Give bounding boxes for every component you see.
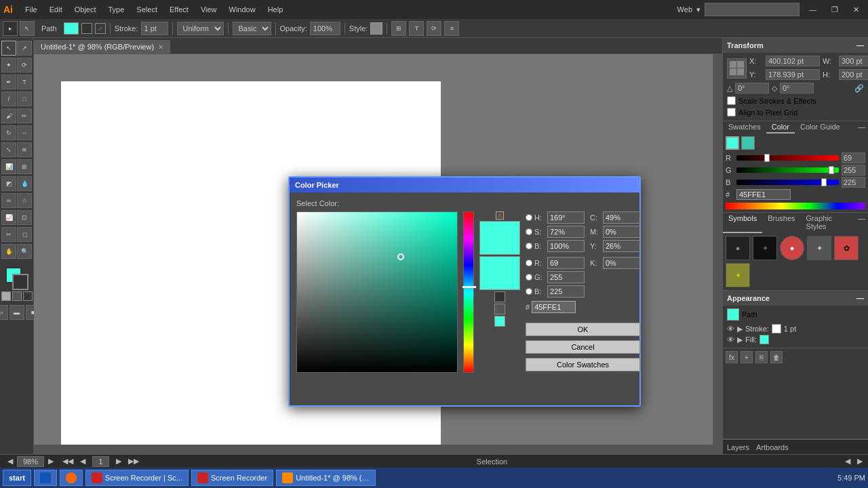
w-input[interactable] — [839, 56, 868, 66]
menu-select[interactable]: Select — [131, 4, 163, 15]
rotate-tool[interactable]: ↻ — [1, 125, 16, 140]
layers-label[interactable]: Layers — [727, 443, 749, 451]
firefox-button[interactable] — [60, 470, 83, 486]
symbol-tool[interactable]: ☆ — [17, 193, 32, 208]
symbol-thumb-6[interactable]: ✦ — [726, 263, 750, 287]
magic-wand-tool[interactable]: ✦ — [1, 58, 16, 73]
arrange-button[interactable]: ⟳ — [427, 21, 441, 36]
symbols-tab[interactable]: Symbols — [723, 213, 762, 233]
symbols-panel-options[interactable]: — — [855, 213, 868, 233]
menu-view[interactable]: View — [195, 4, 222, 15]
cancel-button[interactable]: Cancel — [526, 340, 640, 354]
restore-button[interactable]: ❐ — [826, 4, 844, 16]
h-input[interactable] — [839, 69, 868, 80]
duplicate-button[interactable]: ⎘ — [755, 351, 768, 363]
align-pixel-checkbox[interactable] — [727, 108, 736, 117]
slice-tool[interactable]: ✂ — [1, 227, 16, 242]
symbol-thumb-5[interactable]: ✿ — [834, 236, 859, 260]
zoom-tool[interactable]: 🔍 — [17, 244, 32, 259]
hsb-s-radio[interactable] — [526, 228, 532, 235]
playback-prev[interactable]: ◀ — [845, 457, 850, 466]
b-slider-input[interactable] — [842, 177, 865, 188]
y-input[interactable] — [766, 69, 820, 80]
stroke-color-box[interactable] — [81, 23, 92, 34]
tool-select[interactable]: ▸ — [3, 21, 18, 36]
web-safe-icon[interactable] — [494, 291, 505, 302]
close-button[interactable]: ✕ — [848, 4, 865, 16]
scale-strokes-checkbox[interactable] — [727, 96, 736, 105]
symbol-thumb-2[interactable]: ✦ — [753, 236, 777, 260]
hex-input[interactable] — [532, 301, 576, 313]
none-mode-icon[interactable]: ⟋ — [23, 291, 33, 301]
stroke-indicator[interactable] — [12, 274, 28, 290]
g-input[interactable] — [547, 271, 585, 283]
reflect-tool[interactable]: ↔ — [17, 125, 32, 140]
options-button[interactable]: ≡ — [444, 21, 459, 36]
tab-close-button[interactable]: ✕ — [158, 43, 163, 51]
menu-effect[interactable]: Effect — [164, 4, 194, 15]
start-button[interactable]: start — [3, 470, 31, 486]
rgb-b-radio[interactable] — [526, 288, 532, 295]
normal-mode-icon[interactable] — [1, 291, 11, 301]
symbol-thumb-3[interactable]: ● — [780, 236, 804, 260]
s-input[interactable] — [547, 226, 585, 238]
stroke-arrow-icon[interactable]: ▶ — [737, 325, 743, 333]
color-swatches-button[interactable]: Color Swatches — [526, 358, 640, 371]
style-color-box[interactable] — [370, 22, 382, 35]
menu-type[interactable]: Type — [103, 4, 130, 15]
zoom-in-button[interactable]: ▶ — [46, 457, 56, 466]
b-slider-track[interactable] — [736, 180, 839, 185]
rgb-g-radio[interactable] — [526, 274, 532, 281]
playback-next[interactable]: ▶ — [857, 457, 863, 466]
m-input[interactable] — [603, 226, 640, 238]
scale-tool[interactable]: ⤡ — [1, 142, 16, 157]
angle-input[interactable] — [735, 83, 769, 94]
brush-select[interactable]: Basic — [233, 22, 271, 35]
fill-arrow-icon[interactable]: ▶ — [737, 336, 743, 344]
g-slider-thumb[interactable] — [829, 166, 834, 174]
page-nav-fwd[interactable]: ▶ — [116, 457, 121, 466]
workspace-dropdown-icon[interactable]: ▾ — [696, 5, 701, 14]
g-slider-input[interactable] — [842, 165, 865, 176]
selection-tool[interactable]: ↖ — [1, 41, 16, 56]
hand-tool[interactable]: ✋ — [1, 244, 16, 259]
page-nav-back[interactable]: ◀ — [80, 457, 85, 466]
stroke-value-input[interactable] — [141, 22, 168, 35]
search-input[interactable] — [705, 3, 800, 16]
color-picker-title[interactable]: Color Picker — [290, 178, 639, 192]
transform-collapse-button[interactable]: — — [856, 41, 864, 49]
g-slider-track[interactable] — [736, 167, 839, 173]
gradient-mode-icon[interactable] — [12, 291, 22, 301]
blend-tool[interactable]: ∞ — [1, 193, 16, 208]
align-button[interactable]: ⊞ — [391, 21, 406, 36]
tool-direct-select[interactable]: ↖ — [20, 21, 35, 36]
artboard-tool[interactable]: ⊡ — [17, 210, 32, 225]
x-input[interactable] — [766, 56, 820, 66]
color-stroke-box[interactable] — [741, 136, 755, 150]
menu-file[interactable]: File — [20, 4, 43, 15]
document-tab[interactable]: Untitled-1* @ 98% (RGB/Preview) ✕ — [34, 40, 170, 54]
vertical-scrollbar[interactable] — [713, 54, 722, 454]
ie-button[interactable] — [34, 470, 57, 486]
add-fx-button[interactable]: fx — [726, 351, 738, 363]
graph-tool[interactable]: 📊 — [1, 159, 16, 174]
menu-edit[interactable]: Edit — [44, 4, 68, 15]
hue-slider[interactable] — [463, 211, 474, 373]
column-graph-tool[interactable]: 📈 — [1, 210, 16, 225]
transform-options-icon[interactable]: 🔗 — [854, 84, 864, 93]
variable-width-select[interactable]: Uniform — [177, 22, 224, 35]
b-input[interactable] — [547, 240, 585, 252]
warp-tool[interactable]: ≋ — [17, 142, 32, 157]
current-color-icon[interactable] — [494, 316, 505, 327]
hsb-b-radio[interactable] — [526, 243, 532, 249]
rect-tool[interactable]: □ — [17, 92, 32, 106]
eye-fill-icon[interactable]: 👁 — [727, 336, 734, 344]
color-panel-options[interactable]: — — [855, 121, 868, 134]
h-input[interactable] — [547, 211, 585, 224]
c-input[interactable] — [603, 211, 640, 224]
type-tool[interactable]: T — [17, 75, 32, 89]
color-options-icon[interactable] — [494, 304, 505, 314]
zoom-out-button[interactable]: ◀ — [5, 457, 15, 466]
k-input[interactable] — [603, 257, 640, 269]
artboards-label[interactable]: Artboards — [756, 443, 789, 451]
